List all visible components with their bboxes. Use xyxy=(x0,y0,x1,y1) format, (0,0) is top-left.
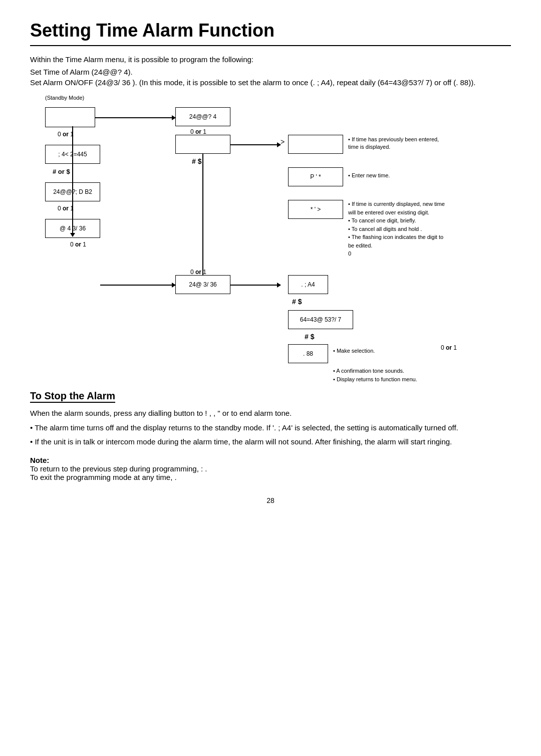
note-confirmation: • A confirmation tone sounds.• Display r… xyxy=(333,367,443,383)
box-stargt: * ' > xyxy=(288,200,343,219)
box-24at3bottom: 24@ 3/ 36 xyxy=(175,275,230,294)
stop-body-2: • The alarm time turns off and the displ… xyxy=(30,422,511,434)
box-88: . 88 xyxy=(288,344,328,363)
stop-alarm-title: To Stop the Alarm xyxy=(30,390,115,403)
box-standby xyxy=(45,107,95,127)
bullet-2: Set Alarm ON/OFF (24@3/ 36 ). (In this m… xyxy=(30,78,511,87)
diagram-area: (Standby Mode) 0 or 1 ; 4< 2=445 # or $ … xyxy=(30,95,511,375)
label-or1-left-top: 0 or 1 xyxy=(58,131,74,138)
arrow-down-left xyxy=(72,126,73,236)
box-64: 64=43@ 53?/ 7 xyxy=(288,310,353,329)
note-make-selection: • Make selection. xyxy=(333,348,375,354)
stop-alarm-section: To Stop the Alarm When the alarm sounds,… xyxy=(30,390,511,481)
note-enter-new-time: • Enter new time. xyxy=(348,172,390,178)
stop-body-1: When the alarm sounds, press any diallin… xyxy=(30,408,511,419)
note-section: Note: To return to the previous step dur… xyxy=(30,456,511,481)
page-number: 28 xyxy=(30,496,511,505)
arrow-24at3-right xyxy=(230,285,281,286)
note-label: Note: xyxy=(30,456,511,464)
arrow-topmid-right xyxy=(230,144,281,145)
label-hash-dollar-64: # $ xyxy=(305,333,314,341)
label-hash-or-dollar: # or $ xyxy=(53,168,70,175)
label-hash-dollar-right-bot: # $ xyxy=(292,298,302,306)
standby-label: (Standby Mode) xyxy=(45,95,84,101)
note-1: To return to the previous step during pr… xyxy=(30,464,511,473)
vert-line-center xyxy=(202,154,203,275)
box-a4: . ; A4 xyxy=(288,275,328,294)
note-time-currently: • If time is currently displayed, new ti… xyxy=(348,200,448,258)
box-topright xyxy=(288,135,343,154)
label-or1-bot-center: 0 or 1 xyxy=(190,269,206,276)
stop-body-3: • If the unit is in talk or intercom mod… xyxy=(30,436,511,448)
label-gt-top: > xyxy=(281,138,285,146)
bullet-1: Set Time of Alarm (24@@? 4). xyxy=(30,68,511,76)
label-hash-dollar-center: # $ xyxy=(192,157,201,165)
arrow-at43-to-bottom xyxy=(100,285,175,286)
note-time-previously: • If time has previously been entered, t… xyxy=(348,136,448,151)
label-or1-center-top: 0 or 1 xyxy=(190,128,206,135)
intro-text: Within the Time Alarm menu, it is possib… xyxy=(30,55,511,64)
box-topmid xyxy=(175,135,230,154)
arrow-standby-to-24top xyxy=(95,117,175,118)
box-pstar: P ' * xyxy=(288,167,343,186)
label-or1-bottom-right: 0 or 1 xyxy=(441,344,457,351)
note-2: To exit the programming mode at any time… xyxy=(30,473,511,481)
box-24atop: 24@@? 4 xyxy=(175,107,230,126)
label-or1-left-mid: 0 or 1 xyxy=(58,205,74,212)
label-or1-left-bot: 0 or 1 xyxy=(70,241,86,248)
page-title: Setting Time Alarm Function xyxy=(30,20,511,46)
